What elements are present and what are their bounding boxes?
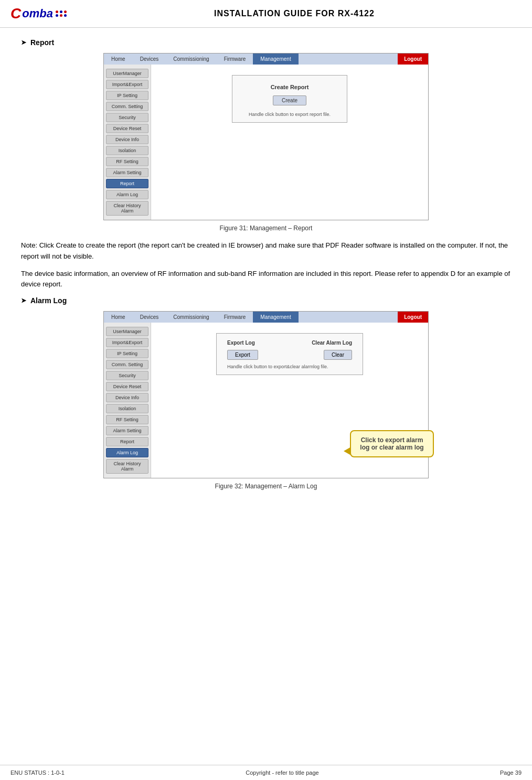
report-panel: Create Report Create Handle click button… [232,75,347,123]
nav-home[interactable]: Home [104,54,133,65]
export-log-title: Export Log [227,340,255,346]
sidebar-2: UserManager Import&Export IP Setting Com… [104,323,151,478]
alarm-panel-note: Handle click button to export&clear alar… [227,364,352,369]
nav-management[interactable]: Management [253,54,298,65]
sidebar2-importexport[interactable]: Import&Export [106,338,148,347]
sidebar2-clearhistory[interactable]: Clear History Alarm [106,459,148,474]
note2: The device basic information, an overvie… [21,269,511,291]
sidebar2-report[interactable]: Report [106,437,148,446]
nav-bar-1: Home Devices Commissioning Firmware Mana… [104,54,428,65]
callout-text: Click to export alarm log or clear alarm… [360,436,423,451]
clear-alarm-log-title: Clear Alarm Log [312,340,352,346]
alarm-callout: Click to export alarm log or clear alarm… [350,430,434,457]
alarm-panel-buttons: Export Clear [227,350,352,360]
report-screenshot: Home Devices Commissioning Firmware Mana… [103,53,429,220]
ui-body-1: UserManager Import&Export IP Setting Com… [104,65,428,220]
sidebar2-alarmsetting[interactable]: Alarm Setting [106,426,148,435]
logo-rest: omba [22,7,53,20]
sidebar2-ipsetting[interactable]: IP Setting [106,349,148,358]
sidebar-devicereset[interactable]: Device Reset [106,124,148,133]
sidebar-security[interactable]: Security [106,113,148,122]
alarm-screenshot-wrapper: Home Devices Commissioning Firmware Mana… [103,311,429,478]
sidebar-ipsetting[interactable]: IP Setting [106,91,148,100]
alarm-panel-header: Export Log Clear Alarm Log [227,340,352,346]
nav-bar-2: Home Devices Commissioning Firmware Mana… [104,312,428,323]
footer-right: Page 39 [500,770,522,776]
page-title: INSTALLATION GUIDE FOR RX-4122 [67,9,522,18]
nav2-home[interactable]: Home [104,312,133,323]
nav-devices[interactable]: Devices [133,54,166,65]
company-logo: C omba [10,5,67,22]
note1: Note: Click Create to create the report … [21,240,511,262]
logo-dots [56,10,67,17]
sidebar-usermanager[interactable]: UserManager [106,69,148,78]
nav2-firmware[interactable]: Firmware [217,312,253,323]
main-area-1: Create Report Create Handle click button… [151,65,428,220]
sidebar-importexport[interactable]: Import&Export [106,80,148,89]
sidebar-isolation[interactable]: Isolation [106,146,148,155]
sidebar2-commsetting[interactable]: Comm. Setting [106,360,148,369]
sidebar2-security[interactable]: Security [106,371,148,380]
sidebar2-alarmlog[interactable]: Alarm Log [106,448,148,457]
create-button[interactable]: Create [273,95,306,105]
footer-center: Copyright - refer to title page [246,770,318,776]
section1-heading: Report [21,38,511,47]
page-content: Report Home Devices Commissioning Firmwa… [0,28,532,509]
clear-button[interactable]: Clear [324,350,352,360]
figure32-caption: Figure 32: Management – Alarm Log [21,483,511,490]
nav-commissioning[interactable]: Commissioning [166,54,216,65]
report-panel-title: Create Report [245,84,334,90]
report-panel-note: Handle click button to export report fil… [245,112,334,117]
sidebar2-isolation[interactable]: Isolation [106,404,148,413]
nav2-devices[interactable]: Devices [133,312,166,323]
sidebar-deviceinfo[interactable]: Device Info [106,135,148,144]
alarm-panel: Export Log Clear Alarm Log Export Clear … [216,333,363,375]
sidebar2-rfsetting[interactable]: RF Setting [106,415,148,424]
sidebar-alarmsetting[interactable]: Alarm Setting [106,168,148,177]
sidebar2-usermanager[interactable]: UserManager [106,327,148,336]
figure31-caption: Figure 31: Management – Report [21,225,511,232]
sidebar-report[interactable]: Report [106,179,148,188]
sidebar-clearhistory[interactable]: Clear History Alarm [106,201,148,216]
page-header: C omba INSTALLATION GUIDE FOR RX-4122 [0,0,532,28]
nav-firmware[interactable]: Firmware [217,54,253,65]
nav2-management[interactable]: Management [253,312,298,323]
nav2-commissioning[interactable]: Commissioning [166,312,216,323]
sidebar-rfsetting[interactable]: RF Setting [106,157,148,166]
sidebar-1: UserManager Import&Export IP Setting Com… [104,65,151,220]
nav2-logout[interactable]: Logout [398,312,428,323]
logo-c: C [10,5,21,22]
section2-heading: Alarm Log [21,296,511,305]
footer-left: ENU STATUS : 1-0-1 [10,770,65,776]
nav-logout[interactable]: Logout [398,54,428,65]
page-footer: ENU STATUS : 1-0-1 Copyright - refer to … [0,765,532,780]
callout-pointer [344,447,351,455]
sidebar-alarmlog[interactable]: Alarm Log [106,190,148,199]
sidebar-commsetting[interactable]: Comm. Setting [106,102,148,111]
sidebar2-devicereset[interactable]: Device Reset [106,382,148,391]
export-button[interactable]: Export [227,350,258,360]
sidebar2-deviceinfo[interactable]: Device Info [106,393,148,402]
